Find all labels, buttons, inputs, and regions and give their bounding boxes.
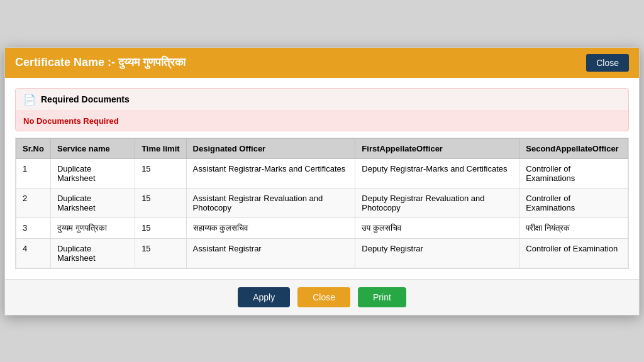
table-row: 1Duplicate Marksheet15Assistant Registra…	[16, 158, 628, 188]
col-srno: Sr.No	[16, 138, 51, 158]
required-docs-title: Required Documents	[41, 94, 130, 104]
cell-0-4: Deputy Registrar-Marks and Certificates	[355, 158, 519, 188]
col-service-name: Service name	[50, 138, 135, 158]
cell-3-5: Controller of Examination	[519, 238, 628, 268]
modal-body: 📄 Required Documents No Documents Requir…	[5, 78, 639, 279]
apply-button[interactable]: Apply	[238, 287, 290, 307]
print-button[interactable]: Print	[358, 287, 406, 307]
modal-header: Certificate Name :- दुय्यम गुणपत्रिका Cl…	[5, 48, 639, 78]
required-docs-section: 📄 Required Documents No Documents Requir…	[15, 88, 629, 131]
cell-0-2: 15	[135, 158, 186, 188]
table-row: 3दुय्यम गुणपत्रिका15सहाय्यक कुलसचिवउप कु…	[16, 217, 628, 238]
modal-overlay: Certificate Name :- दुय्यम गुणपत्रिका Cl…	[0, 0, 644, 362]
header-close-button[interactable]: Close	[586, 54, 629, 72]
cell-3-3: Assistant Registrar	[186, 238, 355, 268]
table-row: 4Duplicate Marksheet15Assistant Registra…	[16, 238, 628, 268]
cell-3-4: Deputy Registrar	[355, 238, 519, 268]
document-icon: 📄	[23, 94, 36, 106]
table-row: 2Duplicate Marksheet15Assistant Registra…	[16, 188, 628, 217]
cell-3-0: 4	[16, 238, 51, 268]
modal-title: Certificate Name :- दुय्यम गुणपत्रिका	[15, 56, 186, 69]
table-body: 1Duplicate Marksheet15Assistant Registra…	[16, 158, 628, 268]
cell-2-3: सहाय्यक कुलसचिव	[186, 217, 355, 238]
cell-1-4: Deputy Registrar Revaluation and Photoco…	[355, 188, 519, 217]
table-header-row: Sr.No Service name Time limit Designated…	[16, 138, 628, 158]
cell-1-1: Duplicate Marksheet	[50, 188, 135, 217]
col-second-appellate: SecondAppellateOfficer	[519, 138, 628, 158]
close-button[interactable]: Close	[297, 287, 350, 307]
no-docs-message: No Documents Required	[16, 111, 628, 131]
service-table: Sr.No Service name Time limit Designated…	[16, 138, 628, 268]
col-time-limit: Time limit	[135, 138, 186, 158]
cell-2-0: 3	[16, 217, 51, 238]
cell-2-2: 15	[135, 217, 186, 238]
cell-3-1: Duplicate Marksheet	[50, 238, 135, 268]
cell-2-4: उप कुलसचिव	[355, 217, 519, 238]
cell-1-0: 2	[16, 188, 51, 217]
cell-3-2: 15	[135, 238, 186, 268]
cell-1-5: Controller of Examinations	[519, 188, 628, 217]
cell-0-0: 1	[16, 158, 51, 188]
cell-2-1: दुय्यम गुणपत्रिका	[50, 217, 135, 238]
required-docs-header: 📄 Required Documents	[16, 89, 628, 111]
cell-0-3: Assistant Registrar-Marks and Certificat…	[186, 158, 355, 188]
cell-0-1: Duplicate Marksheet	[50, 158, 135, 188]
cell-2-5: परीक्षा नियंत्रक	[519, 217, 628, 238]
modal-container: Certificate Name :- दुय्यम गुणपत्रिका Cl…	[4, 47, 640, 315]
modal-footer: Apply Close Print	[5, 279, 639, 315]
cell-1-2: 15	[135, 188, 186, 217]
col-designated-officer: Designated Officer	[186, 138, 355, 158]
service-table-wrapper: Sr.No Service name Time limit Designated…	[15, 138, 629, 269]
cell-1-3: Assistant Registrar Revaluation and Phot…	[186, 188, 355, 217]
cell-0-5: Controller of Examinations	[519, 158, 628, 188]
col-first-appellate: FirstAppellateOfficer	[355, 138, 519, 158]
